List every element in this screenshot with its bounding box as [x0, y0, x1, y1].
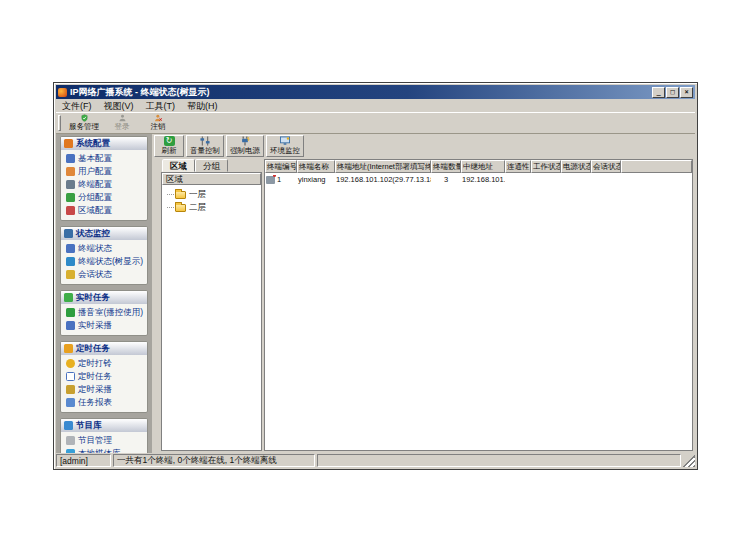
- terminal-device-icon: [266, 176, 275, 184]
- force-power-label: 强制电源: [230, 146, 260, 156]
- basic-config-icon: [66, 154, 75, 163]
- sidebar-item-terminal-config[interactable]: 终端配置: [66, 178, 145, 191]
- section-header-scheduled-tasks[interactable]: 定时任务: [61, 342, 147, 355]
- report-icon: [66, 398, 75, 407]
- sidebar-item-scheduled-task[interactable]: 定时任务: [66, 370, 145, 383]
- tab-group[interactable]: 分组: [195, 159, 228, 172]
- tools-icon: [64, 139, 73, 148]
- tree-nodes: 一层 二层: [162, 185, 261, 214]
- tree-node-floor-1[interactable]: 一层: [167, 188, 261, 201]
- program-library-icon: [64, 421, 73, 430]
- bell-icon: [66, 359, 75, 368]
- refresh-button[interactable]: ↻ 刷新: [154, 135, 184, 157]
- user-login-icon: [117, 114, 128, 122]
- sidebar-item-user-config[interactable]: 用户配置: [66, 165, 145, 178]
- sidebar-item-basic-config[interactable]: 基本配置: [66, 152, 145, 165]
- col-filler: [621, 160, 692, 173]
- col-terminal-count[interactable]: 终端数量: [431, 160, 461, 173]
- tab-area[interactable]: 区域: [162, 159, 195, 172]
- service-manage-button[interactable]: 服务管理: [65, 113, 103, 133]
- panels: 区域 分组 区域 一层 二层: [152, 158, 695, 453]
- table-row[interactable]: 1 yinxiang 192.168.101.102(29.77.13.188)…: [265, 173, 692, 186]
- service-manage-label: 服务管理: [69, 122, 99, 132]
- login-button[interactable]: 登录: [105, 113, 139, 133]
- sidebar-item-broadcast-studio[interactable]: 播音室(播控使用): [66, 306, 145, 319]
- col-connectivity[interactable]: 连通性: [505, 160, 531, 173]
- session-status-icon: [66, 270, 75, 279]
- close-button[interactable]: ×: [680, 87, 693, 98]
- col-power-status[interactable]: 电源状态: [561, 160, 591, 173]
- cell-terminal-count: 3: [431, 175, 461, 184]
- sidebar-item-terminal-status-tree[interactable]: 终端状态(树显示): [66, 255, 145, 268]
- col-work-status[interactable]: 工作状态: [531, 160, 561, 173]
- section-title: 系统配置: [76, 138, 110, 150]
- tree-panel: 区域 分组 区域 一层 二层: [161, 159, 262, 451]
- tree-node-label: 二层: [189, 202, 206, 214]
- sidebar-item-local-media-library[interactable]: 本地媒体库: [66, 447, 145, 453]
- resize-grip-icon[interactable]: [683, 454, 695, 467]
- main-toolbar: ↻ 刷新 音量控制: [152, 134, 695, 158]
- sidebar-section-status-monitor: 状态监控 终端状态 终端状态(树显示) 会话状态: [60, 226, 148, 285]
- logout-button[interactable]: 注销: [141, 113, 175, 133]
- folder-icon: [175, 191, 186, 199]
- section-header-program-library[interactable]: 节目库: [61, 419, 147, 432]
- env-monitor-button[interactable]: 环境监控: [266, 135, 304, 157]
- menu-help[interactable]: 帮助(H): [181, 100, 224, 112]
- menu-view[interactable]: 视图(V): [98, 100, 140, 112]
- env-monitor-icon: [279, 136, 291, 146]
- force-power-button[interactable]: 强制电源: [226, 135, 264, 157]
- user-logout-icon: [153, 114, 164, 122]
- volume-control-button[interactable]: 音量控制: [186, 135, 224, 157]
- cell-relay-address: 192.168.101.82: [461, 175, 505, 184]
- col-relay-address[interactable]: 中继地址: [461, 160, 505, 173]
- menu-tools[interactable]: 工具(T): [140, 100, 182, 112]
- sidebar-item-session-status[interactable]: 会话状态: [66, 268, 145, 281]
- local-media-icon: [66, 449, 75, 453]
- area-config-icon: [66, 206, 75, 215]
- status-user: [admin]: [56, 454, 111, 467]
- section-header-system-config[interactable]: 系统配置: [61, 137, 147, 150]
- tree-node-floor-2[interactable]: 二层: [167, 201, 261, 214]
- sidebar-item-realtime-capture[interactable]: 实时采播: [66, 319, 145, 332]
- tree-column-header[interactable]: 区域: [162, 173, 261, 185]
- sidebar-item-scheduled-capture[interactable]: 定时采播: [66, 383, 145, 396]
- volume-control-label: 音量控制: [190, 146, 220, 156]
- col-session-status[interactable]: 会话状态: [591, 160, 621, 173]
- toolbar-grip: [58, 115, 61, 131]
- col-terminal-no[interactable]: 终端编号: [265, 160, 297, 173]
- sidebar-section-scheduled-tasks: 定时任务 定时打铃 定时任务 定时采播 任务报表: [60, 341, 148, 413]
- terminal-no: 1: [277, 175, 281, 184]
- sidebar-item-scheduled-bell[interactable]: 定时打铃: [66, 357, 145, 370]
- sidebar: 系统配置 基本配置 用户配置 终端配置 分组配置: [56, 134, 152, 453]
- env-monitor-label: 环境监控: [270, 146, 300, 156]
- scheduled-task-icon: [64, 344, 73, 353]
- col-terminal-name[interactable]: 终端名称: [297, 160, 335, 173]
- sidebar-item-group-config[interactable]: 分组配置: [66, 191, 145, 204]
- sidebar-item-area-config[interactable]: 区域配置: [66, 204, 145, 217]
- logout-label: 注销: [151, 122, 166, 132]
- user-config-icon: [66, 167, 75, 176]
- title-bar[interactable]: IP网络广播系统 - 终端状态(树显示) _ □ ×: [56, 85, 695, 99]
- item-label: 实时采播: [78, 320, 112, 332]
- item-label: 定时采播: [78, 384, 112, 396]
- menu-file[interactable]: 文件(F): [56, 100, 98, 112]
- section-title: 定时任务: [76, 343, 110, 355]
- app-toolbar: 服务管理 登录 注销: [56, 112, 695, 134]
- section-header-realtime-tasks[interactable]: 实时任务: [61, 291, 147, 304]
- sidebar-item-program-management[interactable]: 节目管理: [66, 434, 145, 447]
- item-label: 用户配置: [78, 166, 112, 178]
- minimize-button[interactable]: _: [652, 87, 665, 98]
- main-area: ↻ 刷新 音量控制: [152, 134, 695, 453]
- col-terminal-address[interactable]: 终端地址(Internet部署填写终端ID): [335, 160, 431, 173]
- volume-fader-icon: [199, 136, 211, 146]
- terminal-config-icon: [66, 180, 75, 189]
- terminal-status-tree-icon: [66, 257, 75, 266]
- section-header-status-monitor[interactable]: 状态监控: [61, 227, 147, 240]
- sidebar-item-terminal-status[interactable]: 终端状态: [66, 242, 145, 255]
- tree-node-label: 一层: [189, 189, 206, 201]
- sidebar-item-task-report[interactable]: 任务报表: [66, 396, 145, 409]
- maximize-button[interactable]: □: [666, 87, 679, 98]
- item-label: 分组配置: [78, 192, 112, 204]
- folder-icon: [175, 204, 186, 212]
- broadcast-studio-icon: [66, 308, 75, 317]
